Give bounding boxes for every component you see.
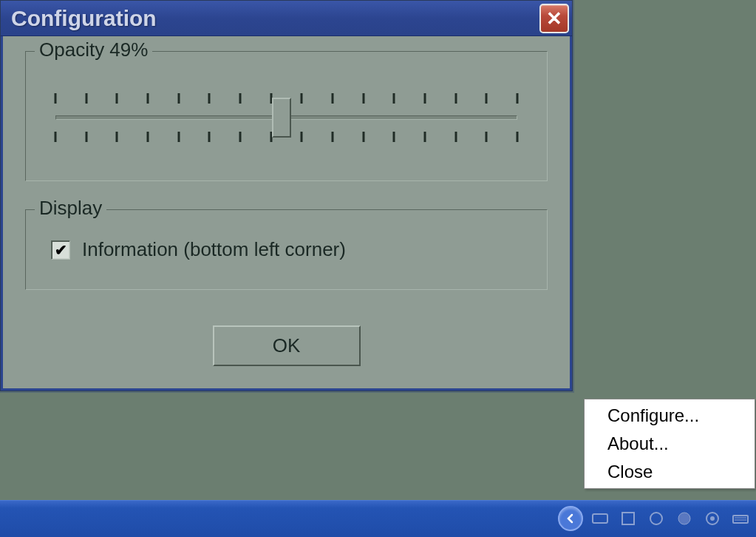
opacity-slider-area — [47, 72, 526, 157]
slider-tick — [362, 132, 364, 142]
button-row: OK — [25, 318, 548, 366]
slider-tick — [55, 132, 57, 142]
information-checkbox[interactable]: ✔ — [51, 240, 70, 260]
slider-tick — [454, 93, 457, 104]
menu-item-configure[interactable]: Configure... — [587, 402, 752, 430]
slider-tick — [393, 93, 395, 104]
svg-point-2 — [650, 513, 662, 524]
system-tray — [558, 500, 756, 537]
slider-tick — [332, 93, 334, 104]
tray-icon-6[interactable] — [729, 507, 752, 530]
tray-icon-2[interactable] — [617, 507, 639, 530]
slider-tick — [517, 93, 519, 104]
slider-tick — [208, 132, 211, 142]
taskbar — [0, 500, 756, 537]
slider-tick — [454, 132, 457, 142]
display-groupbox: Display ✔ Information (bottom left corne… — [25, 209, 548, 290]
tray-icon-1[interactable] — [589, 507, 611, 530]
display-label: Display — [35, 197, 106, 220]
slider-tick — [239, 132, 242, 142]
slider-tick — [177, 132, 180, 142]
slider-tick — [332, 132, 334, 142]
slider-tick — [85, 93, 87, 104]
slider-tick — [486, 93, 488, 104]
slider-tick — [177, 93, 180, 104]
tray-expand-icon[interactable] — [558, 506, 583, 531]
slider-tick — [208, 93, 211, 104]
opacity-groupbox: Opacity 49% — [25, 51, 548, 181]
slider-tick — [517, 132, 519, 142]
checkbox-row: ✔ Information (bottom left corner) — [47, 231, 526, 266]
configuration-dialog: Configuration ✕ Opacity 49% Display ✔ In… — [0, 0, 573, 391]
slider-tick — [116, 93, 118, 104]
svg-rect-1 — [622, 513, 634, 524]
slider-tick — [116, 132, 118, 142]
slider-tick — [362, 93, 364, 104]
dialog-body: Opacity 49% Display ✔ Information (botto… — [1, 36, 572, 391]
tray-icon-5[interactable] — [701, 507, 723, 530]
slider-thumb[interactable] — [272, 98, 291, 138]
svg-rect-0 — [593, 514, 607, 523]
slider-tick — [239, 93, 242, 104]
slider-tick — [486, 132, 488, 142]
slider-tick — [424, 132, 426, 142]
opacity-slider[interactable] — [48, 80, 525, 154]
close-icon: ✕ — [546, 9, 562, 28]
slider-tick — [147, 93, 149, 104]
menu-item-close[interactable]: Close — [587, 458, 752, 486]
close-button[interactable]: ✕ — [539, 4, 569, 33]
slider-tick — [301, 93, 303, 104]
tray-icon-4[interactable] — [673, 507, 695, 530]
slider-tick — [393, 132, 395, 142]
information-checkbox-label: Information (bottom left corner) — [82, 238, 346, 261]
slider-tick — [85, 132, 87, 142]
svg-rect-6 — [733, 516, 748, 523]
slider-tick — [301, 132, 303, 142]
svg-point-5 — [710, 516, 715, 521]
titlebar[interactable]: Configuration ✕ — [1, 1, 572, 36]
slider-tick — [55, 93, 57, 104]
svg-point-3 — [678, 513, 690, 524]
slider-tick — [424, 93, 426, 104]
menu-item-about[interactable]: About... — [587, 430, 752, 458]
dialog-title: Configuration — [11, 6, 157, 31]
opacity-label: Opacity 49% — [35, 38, 152, 61]
slider-tick — [147, 132, 149, 142]
ok-button[interactable]: OK — [213, 325, 361, 366]
tray-icon-3[interactable] — [645, 507, 667, 530]
tray-context-menu: Configure... About... Close — [584, 399, 755, 489]
